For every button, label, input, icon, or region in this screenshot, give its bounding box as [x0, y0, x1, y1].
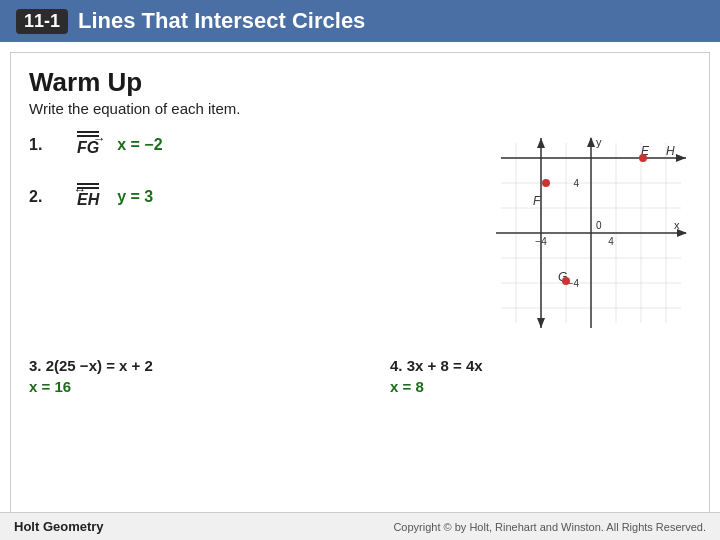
svg-text:0: 0	[596, 220, 602, 231]
problem-2-answer: y = 3	[117, 188, 153, 206]
svg-text:y: y	[596, 136, 602, 148]
footer: Holt Geometry Copyright © by Holt, Rineh…	[0, 512, 720, 540]
problem-row-1: 1. FG → x = −2	[29, 133, 471, 157]
coordinate-graph: y x 4 −4 0 4 −4 E H F G	[491, 133, 691, 333]
svg-text:x: x	[674, 219, 680, 231]
bottom-problem-3: 3. 2(25 −x) = x + 2 x = 16	[29, 357, 330, 395]
left-problems: 1. FG → x = −2 2. EH ↔	[29, 133, 471, 333]
problem-3-answer: x = 16	[29, 378, 330, 395]
problem-3-equation: 3. 2(25 −x) = x + 2	[29, 357, 330, 374]
problem-4-answer: x = 8	[390, 378, 691, 395]
header: 11-1 Lines That Intersect Circles	[0, 0, 720, 42]
svg-text:4: 4	[608, 236, 614, 247]
main-content: Warm Up Write the equation of each item.…	[10, 52, 710, 522]
svg-point-35	[562, 277, 570, 285]
problem-1-answer: x = −2	[117, 136, 162, 154]
problem-2-label: EH ↔	[77, 185, 99, 209]
header-badge: 11-1	[16, 9, 68, 34]
problem-1-number: 1.	[29, 136, 59, 154]
content-area: 1. FG → x = −2 2. EH ↔	[29, 133, 691, 333]
footer-left: Holt Geometry	[14, 519, 104, 534]
bottom-problem-4: 4. 3x + 8 = 4x x = 8	[390, 357, 691, 395]
svg-text:4: 4	[573, 178, 579, 189]
problem-4-equation: 4. 3x + 8 = 4x	[390, 357, 691, 374]
svg-point-34	[542, 179, 550, 187]
problem-2-number: 2.	[29, 188, 59, 206]
warmup-title: Warm Up	[29, 67, 691, 98]
header-title: Lines That Intersect Circles	[78, 8, 365, 34]
svg-text:H: H	[666, 144, 675, 158]
problem-row-2: 2. EH ↔ y = 3	[29, 185, 471, 209]
footer-right: Copyright © by Holt, Rinehart and Winsto…	[393, 521, 706, 533]
warmup-subtitle: Write the equation of each item.	[29, 100, 691, 117]
bottom-problems: 3. 2(25 −x) = x + 2 x = 16 4. 3x + 8 = 4…	[29, 357, 691, 395]
graph-svg: y x 4 −4 0 4 −4 E H F G	[491, 133, 691, 333]
problem-1-label: FG →	[77, 133, 99, 157]
svg-text:F: F	[533, 194, 541, 208]
svg-point-33	[639, 154, 647, 162]
